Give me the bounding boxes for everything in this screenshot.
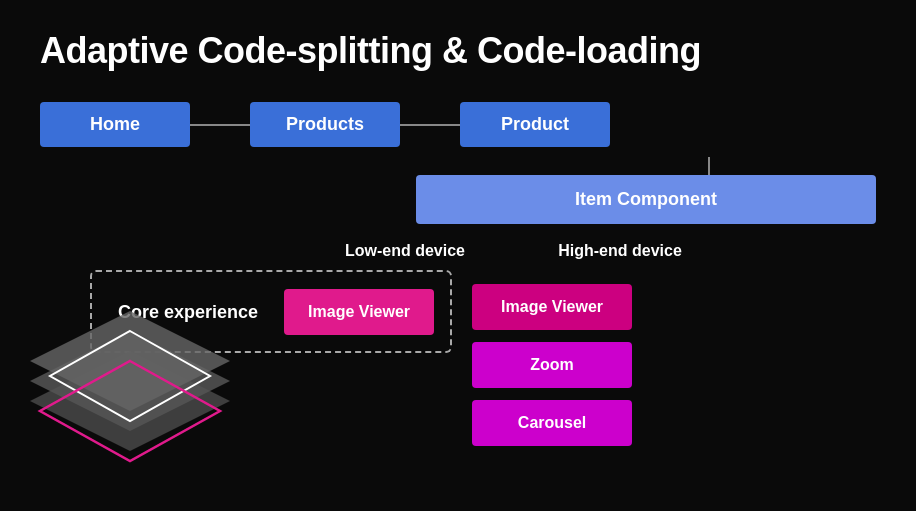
image-viewer-low-button[interactable]: Image Viewer xyxy=(284,289,434,335)
products-route-box: Products xyxy=(250,102,400,147)
home-route-box: Home xyxy=(40,102,190,147)
low-end-label: Low-end device xyxy=(290,242,520,260)
high-end-column: Image Viewer Zoom Carousel xyxy=(472,270,632,460)
image-viewer-high-button[interactable]: Image Viewer xyxy=(472,284,632,330)
vertical-connector xyxy=(708,157,710,175)
page: Adaptive Code-splitting & Code-loading H… xyxy=(0,0,916,511)
carousel-button[interactable]: Carousel xyxy=(472,400,632,446)
zoom-button[interactable]: Zoom xyxy=(472,342,632,388)
route-row: Home Products Product xyxy=(40,102,876,147)
high-end-label: High-end device xyxy=(520,242,720,260)
layers-svg xyxy=(20,301,240,481)
item-component-row: Item Component xyxy=(300,175,876,224)
product-route-box: Product xyxy=(460,102,610,147)
page-title: Adaptive Code-splitting & Code-loading xyxy=(40,30,876,72)
connector-products-product xyxy=(400,124,460,126)
device-labels: Low-end device High-end device xyxy=(300,242,876,260)
connector-home-products xyxy=(190,124,250,126)
layers-graphic xyxy=(20,301,240,481)
item-component-box: Item Component xyxy=(416,175,876,224)
